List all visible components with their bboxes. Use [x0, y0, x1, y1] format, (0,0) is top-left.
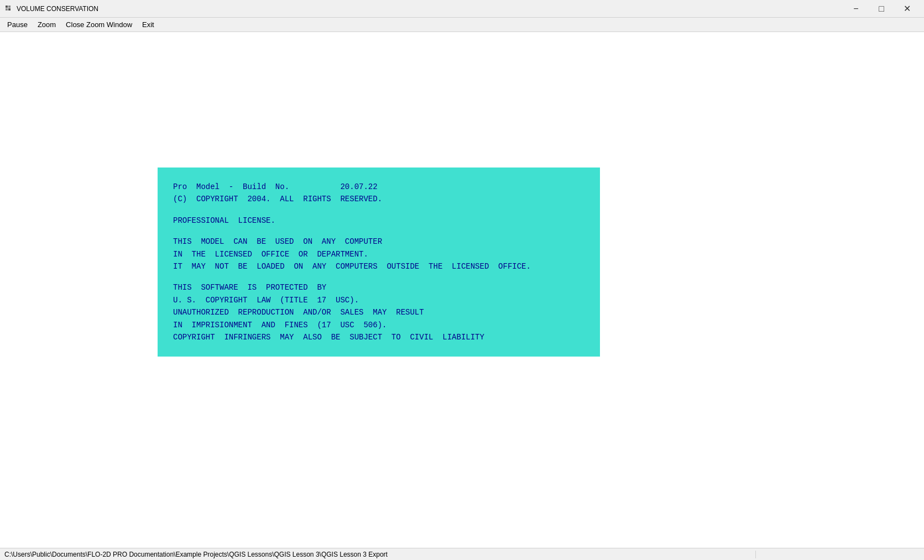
status-bar: C:\Users\Public\Documents\FLO-2D PRO Doc… — [0, 548, 924, 560]
license-line-8: IT MAY NOT BE LOADED ON ANY COMPUTERS OU… — [173, 260, 584, 273]
maximize-button[interactable]: □ — [869, 0, 894, 18]
license-line-1: Pro Model - Build No. 20.07.22 — [173, 181, 584, 193]
license-line-6: THIS MODEL CAN BE USED ON ANY COMPUTER — [173, 235, 584, 248]
license-type: PROFESSIONAL LICENSE. — [173, 214, 584, 227]
license-line-11: U. S. COPYRIGHT LAW (TITLE 17 USC). — [173, 294, 584, 306]
license-header: Pro Model - Build No. 20.07.22 (C) COPYR… — [173, 181, 584, 206]
license-line-2: (C) COPYRIGHT 2004. ALL RIGHTS RESERVED. — [173, 193, 584, 205]
minimize-button[interactable]: − — [843, 0, 869, 18]
title-bar: VOLUME CONSERVATION − □ ✕ — [0, 0, 924, 18]
svg-rect-2 — [6, 8, 8, 11]
window-title: VOLUME CONSERVATION — [17, 5, 843, 13]
license-line-13: IN IMPRISIONMENT AND FINES (17 USC 506). — [173, 319, 584, 331]
menu-pause[interactable]: Pause — [2, 18, 33, 31]
svg-rect-1 — [8, 6, 11, 8]
svg-rect-0 — [6, 6, 8, 8]
status-bar-right — [756, 548, 922, 560]
close-button[interactable]: ✕ — [894, 0, 920, 18]
status-path: C:\Users\Public\Documents\FLO-2D PRO Doc… — [2, 551, 756, 558]
license-line-12: UNAUTHORIZED REPRODUCTION AND/OR SALES M… — [173, 306, 584, 318]
license-line-10: THIS SOFTWARE IS PROTECTED BY — [173, 281, 584, 294]
license-info-box: Pro Model - Build No. 20.07.22 (C) COPYR… — [158, 168, 600, 357]
license-copyright: THIS SOFTWARE IS PROTECTED BY U. S. COPY… — [173, 281, 584, 343]
window-controls: − □ ✕ — [843, 0, 920, 18]
license-usage: THIS MODEL CAN BE USED ON ANY COMPUTER I… — [173, 235, 584, 273]
menu-exit[interactable]: Exit — [137, 18, 159, 31]
menu-zoom[interactable]: Zoom — [33, 18, 61, 31]
app-icon — [4, 4, 13, 13]
menu-close-zoom-window[interactable]: Close Zoom Window — [61, 18, 137, 31]
main-content: Pro Model - Build No. 20.07.22 (C) COPYR… — [0, 32, 924, 548]
license-line-4: PROFESSIONAL LICENSE. — [173, 214, 584, 227]
menu-bar: Pause Zoom Close Zoom Window Exit — [0, 18, 924, 32]
license-line-7: IN THE LICENSED OFFICE OR DEPARTMENT. — [173, 248, 584, 260]
svg-rect-3 — [8, 8, 11, 11]
license-line-14: COPYRIGHT INFRINGERS MAY ALSO BE SUBJECT… — [173, 331, 584, 343]
